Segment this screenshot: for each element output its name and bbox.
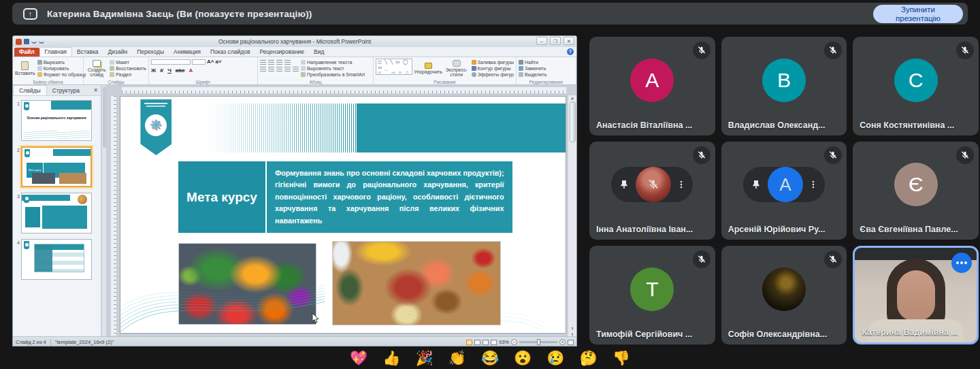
shapes-gallery[interactable]: ◻ ╲ ╲ ▭ ◯ ▭ △ ⌒ ⇨ ⊹ ☆: [376, 59, 412, 75]
participant-tile[interactable]: Є Єва Євгеніївна Павле...: [853, 142, 979, 240]
reaction-party[interactable]: 🎉: [415, 351, 433, 365]
tab-file[interactable]: Файл: [14, 48, 39, 57]
font-color-button[interactable]: А: [189, 67, 193, 74]
slide-thumbnail-2-selected[interactable]: 2 Мета курсу: [14, 146, 98, 187]
bold-button[interactable]: Ж: [151, 67, 156, 74]
participant-tile[interactable]: Інна Анатоліївна Іван...: [589, 142, 715, 240]
scroll-up-icon[interactable]: ▲: [570, 96, 574, 100]
align-left-icon[interactable]: [260, 67, 266, 71]
line-spacing-icon[interactable]: [284, 60, 291, 65]
participant-tile[interactable]: Т Тимофій Сергійович ...: [589, 246, 715, 344]
justify-icon[interactable]: [284, 67, 291, 71]
zoom-knob[interactable]: [537, 339, 540, 345]
help-icon[interactable]: ?: [567, 48, 574, 55]
reset-button[interactable]: Восстановить: [110, 66, 146, 71]
align-right-icon[interactable]: [276, 67, 282, 71]
align-text-button[interactable]: Выровнять текст: [301, 66, 365, 71]
tile-menu-button[interactable]: [951, 253, 972, 273]
minimize-button[interactable]: –: [536, 37, 547, 45]
cut-button[interactable]: Вырезать: [37, 60, 86, 65]
new-slide-button[interactable]: Создать слайд: [86, 59, 108, 78]
tab-design[interactable]: Дизайн: [103, 48, 133, 57]
slideshow-view-icon[interactable]: [491, 340, 497, 345]
participant-tile[interactable]: А Арсеній Юрійович Ру...: [721, 142, 847, 240]
scrollbar-thumb[interactable]: [570, 101, 576, 142]
grow-font-icon[interactable]: А˄: [207, 59, 214, 65]
tab-review[interactable]: Рецензирование: [255, 48, 309, 57]
reaction-thinking[interactable]: 🤔: [580, 351, 598, 365]
tab-home[interactable]: Главная: [39, 47, 72, 57]
reaction-clap[interactable]: 👏: [448, 351, 466, 365]
participant-tile[interactable]: Софія Олександрівна...: [721, 246, 847, 344]
copy-button[interactable]: Копировать: [37, 66, 86, 71]
slide-thumbnail-4[interactable]: 4: [14, 239, 98, 280]
participant-tile[interactable]: С Соня Костянтинівна ...: [853, 37, 979, 135]
reaction-thumbs-down[interactable]: 👎: [612, 351, 630, 365]
normal-view-icon[interactable]: [466, 340, 472, 345]
arrange-button[interactable]: Упорядочить: [414, 59, 442, 78]
self-video-tile[interactable]: Катерина Вадимівна ...: [853, 246, 979, 344]
slide-thumbnail-3[interactable]: 3: [14, 193, 98, 234]
tab-outline[interactable]: Структура: [47, 86, 85, 95]
reading-view-icon[interactable]: [483, 340, 489, 345]
pin-button[interactable]: [618, 178, 630, 191]
reaction-heart[interactable]: 💖: [350, 351, 368, 365]
font-name-combobox[interactable]: [151, 59, 191, 65]
close-panel-icon[interactable]: ✕: [93, 87, 98, 93]
tab-transitions[interactable]: Переходы: [132, 48, 169, 57]
tab-animations[interactable]: Анимация: [169, 48, 206, 57]
tab-insert[interactable]: Вставка: [72, 48, 103, 57]
more-options-button[interactable]: [676, 178, 686, 191]
shape-outline-button[interactable]: Контур фигуры: [472, 66, 514, 71]
zoom-out-button[interactable]: −: [511, 339, 517, 345]
convert-smartart-button[interactable]: Преобразовать в SmartArt: [301, 72, 365, 77]
stop-presentation-button[interactable]: Зупинити презентацію: [873, 5, 963, 23]
shrink-font-icon[interactable]: а˅: [215, 59, 221, 65]
tab-slideshow[interactable]: Показ слайдов: [206, 48, 255, 57]
reaction-laugh[interactable]: 😂: [481, 351, 499, 365]
text-direction-button[interactable]: Направление текста: [301, 60, 365, 65]
zoom-in-button[interactable]: +: [559, 339, 566, 345]
strikethrough-button[interactable]: abc: [176, 67, 185, 74]
close-button[interactable]: ✕: [564, 37, 574, 45]
bullets-icon[interactable]: [260, 60, 266, 65]
slide-sorter-icon[interactable]: [474, 340, 480, 345]
select-button[interactable]: Выделить: [519, 72, 546, 77]
tab-slides[interactable]: Слайды: [13, 85, 47, 95]
goal-table[interactable]: Мета курсу Формування знань про основні …: [178, 161, 512, 233]
shape-fill-button[interactable]: Заливка фигуры: [472, 60, 514, 65]
italic-button[interactable]: К: [160, 67, 163, 74]
slide-thumbnail-1[interactable]: 1 Основи раціонального харчування: [14, 100, 98, 141]
tab-view[interactable]: Вид: [309, 48, 329, 57]
reaction-surprised[interactable]: 😮: [514, 351, 532, 365]
slide-editor[interactable]: ❋ Мета курсу Формування знань про основн…: [120, 96, 566, 334]
align-center-icon[interactable]: [268, 67, 274, 71]
underline-button[interactable]: Ч: [167, 67, 172, 74]
format-painter-button[interactable]: Формат по образцу: [37, 72, 86, 77]
zoom-slider[interactable]: [519, 341, 557, 343]
reaction-sad[interactable]: 😢: [546, 351, 564, 365]
columns-icon[interactable]: [293, 67, 299, 71]
next-slide-icon[interactable]: ↡: [570, 332, 574, 336]
participant-tile[interactable]: В Владислав Олександ...: [721, 37, 847, 135]
section-button[interactable]: Раздел: [110, 72, 146, 77]
ppt-title-bar[interactable]: Основи раціонального харчування - Micros…: [13, 36, 576, 47]
numbering-icon[interactable]: [268, 60, 274, 65]
layout-button[interactable]: Макет: [110, 60, 146, 65]
find-button[interactable]: Найти: [519, 60, 546, 65]
participant-tile[interactable]: А Анастасія Віталіївна ...: [589, 37, 715, 135]
pin-button[interactable]: [750, 178, 762, 191]
previous-slide-icon[interactable]: ↟: [570, 326, 574, 331]
reaction-thumbs-up[interactable]: 👍: [382, 351, 400, 365]
restore-button[interactable]: ❐: [550, 37, 561, 45]
vertical-scrollbar[interactable]: ▲ ↟ ↡: [568, 95, 576, 336]
replace-button[interactable]: Заменить: [519, 66, 546, 71]
paste-button[interactable]: Вставить: [15, 59, 35, 78]
indent-icon[interactable]: [276, 60, 282, 65]
slides-panel-scrollbar[interactable]: [101, 85, 106, 336]
quick-styles-button[interactable]: Экспресс-стили: [444, 59, 469, 78]
font-size-combobox[interactable]: [192, 59, 206, 65]
fit-to-window-icon[interactable]: [568, 340, 574, 345]
more-options-button[interactable]: [808, 178, 818, 191]
shape-effects-button[interactable]: Эффекты фигур: [472, 72, 514, 77]
